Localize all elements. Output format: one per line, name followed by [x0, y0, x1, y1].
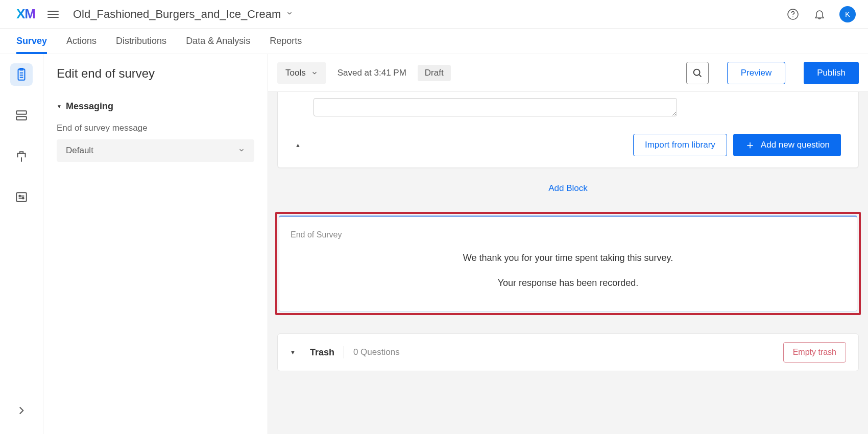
svg-rect-8 [16, 116, 27, 120]
eos-block-label: End of Survey [291, 230, 846, 239]
svg-point-15 [693, 69, 700, 75]
svg-point-1 [792, 16, 793, 17]
svg-line-16 [699, 74, 701, 76]
section-label: Messaging [66, 101, 113, 112]
empty-trash-button[interactable]: Empty trash [783, 342, 846, 363]
import-library-button[interactable]: Import from library [633, 134, 727, 156]
trash-count: 0 Questions [353, 347, 400, 357]
field-label-eos-message: End of survey message [57, 123, 254, 133]
end-of-survey-block[interactable]: End of Survey We thank you for your time… [279, 215, 857, 311]
search-icon [692, 67, 703, 79]
plus-icon: ＋ [744, 137, 756, 153]
trash-label: Trash [310, 347, 334, 358]
flow-icon[interactable] [10, 104, 33, 127]
caret-down-icon: ▼ [57, 104, 62, 109]
tab-data-analysis[interactable]: Data & Analysis [186, 29, 250, 54]
svg-rect-7 [16, 111, 27, 114]
tools-label: Tools [285, 68, 306, 78]
tab-reports[interactable]: Reports [270, 29, 302, 54]
help-icon[interactable] [786, 8, 800, 21]
section-messaging[interactable]: ▼ Messaging [57, 101, 254, 112]
select-value: Default [66, 146, 93, 156]
chevron-down-icon [238, 147, 245, 155]
add-question-button[interactable]: ＋ Add new question [733, 134, 841, 156]
side-panel-title: Edit end of survey [57, 66, 254, 81]
eos-message-line: We thank you for your time spent taking … [291, 253, 846, 263]
draft-badge: Draft [418, 65, 451, 81]
question-block: ▲ Import from library ＋ Add new question [277, 92, 859, 168]
trash-block: ▼ Trash 0 Questions Empty trash [277, 333, 859, 371]
chevron-down-icon [311, 69, 318, 77]
side-rail [0, 54, 43, 434]
eos-message-line: Your response has been recorded. [291, 278, 846, 288]
canvas-scroll[interactable]: ▲ Import from library ＋ Add new question… [268, 92, 868, 371]
eos-highlight: End of Survey We thank you for your time… [275, 212, 861, 315]
topbar: XM Old_Fashioned_Burgers_and_Ice_Cream K [0, 0, 868, 29]
divider [344, 346, 344, 358]
canvas-area: Tools Saved at 3:41 PM Draft Preview Pub… [268, 54, 868, 434]
bell-icon[interactable] [813, 8, 826, 21]
tools-button[interactable]: Tools [277, 62, 326, 84]
search-button[interactable] [686, 62, 709, 84]
xm-logo: XM [16, 6, 35, 22]
saved-status: Saved at 3:41 PM [337, 68, 406, 78]
menu-icon[interactable] [47, 11, 59, 18]
body: Edit end of survey ▼ Messaging End of su… [0, 54, 868, 434]
builder-icon[interactable] [10, 63, 33, 86]
options-icon[interactable] [10, 186, 33, 208]
look-icon[interactable] [10, 145, 33, 167]
publish-button[interactable]: Publish [804, 62, 859, 84]
eos-message-select[interactable]: Default [57, 139, 254, 162]
chevron-down-icon[interactable] [286, 10, 293, 18]
add-block-button[interactable]: Add Block [273, 183, 863, 194]
tab-survey[interactable]: Survey [16, 29, 47, 54]
svg-rect-10 [16, 192, 27, 201]
svg-rect-2 [18, 69, 25, 80]
tabbar: Survey Actions Distributions Data & Anal… [0, 29, 868, 54]
add-question-label: Add new question [761, 140, 830, 150]
avatar[interactable]: K [839, 6, 856, 22]
text-entry-input[interactable] [314, 98, 677, 116]
question-body [278, 92, 858, 125]
block-footer: ▲ Import from library ＋ Add new question [278, 125, 858, 158]
preview-button[interactable]: Preview [727, 62, 785, 84]
caret-up-icon[interactable]: ▲ [295, 142, 301, 148]
caret-down-icon[interactable]: ▼ [290, 349, 296, 355]
chevron-right-icon[interactable] [10, 399, 33, 422]
tab-distributions[interactable]: Distributions [116, 29, 166, 54]
builder-toolbar: Tools Saved at 3:41 PM Draft Preview Pub… [268, 54, 868, 92]
project-name[interactable]: Old_Fashioned_Burgers_and_Ice_Cream [73, 8, 281, 21]
tab-actions[interactable]: Actions [66, 29, 97, 54]
side-panel: Edit end of survey ▼ Messaging End of su… [43, 54, 268, 434]
